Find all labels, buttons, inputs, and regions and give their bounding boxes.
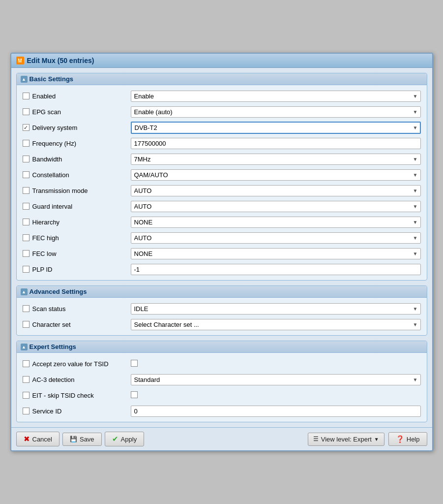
- frequency-input[interactable]: [131, 138, 421, 149]
- frequency-row: Frequency (Hz): [23, 136, 421, 150]
- epg-scan-checkbox[interactable]: [23, 108, 30, 115]
- hierarchy-label: Hierarchy: [32, 219, 60, 226]
- fec-low-row: FEC low NONE: [23, 247, 421, 260]
- enabled-label: Enabled: [32, 93, 56, 100]
- guard-interval-select[interactable]: AUTO: [131, 201, 421, 212]
- enabled-row: Enabled Enable: [23, 89, 421, 103]
- transmission-mode-label: Transmission mode: [32, 187, 88, 194]
- character-set-label: Character set: [32, 321, 71, 328]
- apply-button[interactable]: ✔ Apply: [105, 432, 145, 446]
- accept-zero-tsid-checkbox[interactable]: [23, 360, 30, 367]
- fec-high-select[interactable]: AUTO: [131, 232, 421, 244]
- delivery-system-checkbox[interactable]: [23, 124, 30, 131]
- ac3-detection-checkbox[interactable]: [23, 376, 30, 383]
- expert-settings-body: Accept zero value for TSID AC-3 detectio…: [17, 353, 427, 422]
- advanced-settings-label: Advanced Settings: [30, 288, 87, 295]
- epg-scan-select[interactable]: Enable (auto): [131, 106, 421, 118]
- epg-scan-label: EPG scan: [32, 108, 61, 116]
- constellation-label: Constellation: [32, 171, 69, 179]
- character-set-select[interactable]: Select Character set ...: [131, 319, 421, 330]
- advanced-settings-section: ▲ Advanced Settings Scan status IDLE: [16, 285, 427, 336]
- scan-status-select[interactable]: IDLE: [131, 303, 421, 315]
- accept-zero-tsid-row: Accept zero value for TSID: [23, 357, 421, 371]
- advanced-settings-body: Scan status IDLE Character set: [17, 298, 427, 335]
- service-id-label: Service ID: [32, 408, 62, 415]
- plp-id-row: PLP ID: [23, 262, 421, 276]
- fec-low-label: FEC low: [32, 250, 57, 257]
- cancel-icon: ✖: [24, 435, 30, 443]
- edit-mux-dialog: M Edit Mux (50 entries) ▲ Basic Settings…: [10, 53, 433, 451]
- bandwidth-row: Bandwidth 7MHz: [23, 152, 421, 166]
- character-set-checkbox[interactable]: [23, 321, 30, 328]
- expert-settings-header: ▲ Expert Settings: [17, 341, 427, 353]
- basic-settings-header: ▲ Basic Settings: [17, 73, 427, 85]
- enabled-select[interactable]: Enable: [131, 91, 421, 102]
- expert-collapse-btn[interactable]: ▲: [21, 344, 28, 350]
- view-level-button[interactable]: ☰ View level: Expert ▼: [308, 433, 384, 446]
- transmission-mode-checkbox[interactable]: [23, 187, 30, 194]
- help-button[interactable]: ❓ Help: [388, 432, 427, 446]
- bandwidth-checkbox[interactable]: [23, 156, 30, 162]
- cancel-label: Cancel: [32, 436, 52, 443]
- save-label: Save: [80, 436, 94, 443]
- constellation-checkbox[interactable]: [23, 171, 30, 178]
- transmission-mode-select[interactable]: AUTO: [131, 185, 421, 196]
- ac3-detection-label: AC-3 detection: [32, 376, 75, 383]
- basic-settings-body: Enabled Enable EPG scan: [17, 85, 427, 280]
- fec-high-checkbox[interactable]: [23, 234, 30, 241]
- delivery-system-row: Delivery system DVB-T2: [23, 121, 421, 134]
- view-level-icon: ☰: [313, 436, 319, 442]
- basic-collapse-btn[interactable]: ▲: [21, 76, 28, 83]
- cancel-button[interactable]: ✖ Cancel: [16, 432, 59, 446]
- fec-low-checkbox[interactable]: [23, 250, 30, 257]
- basic-settings-label: Basic Settings: [30, 75, 74, 83]
- advanced-settings-header: ▲ Advanced Settings: [17, 286, 427, 298]
- fec-high-label: FEC high: [32, 234, 59, 242]
- accept-zero-tsid-label: Accept zero value for TSID: [32, 360, 109, 368]
- ac3-detection-row: AC-3 detection Standard: [23, 373, 421, 386]
- plp-id-checkbox[interactable]: [23, 266, 30, 273]
- apply-label: Apply: [121, 436, 137, 443]
- save-icon: 💾: [70, 436, 77, 442]
- ac3-detection-select[interactable]: Standard: [131, 374, 421, 385]
- advanced-collapse-btn[interactable]: ▲: [21, 288, 28, 295]
- accept-zero-tsid-value-checkbox[interactable]: [131, 360, 138, 367]
- bandwidth-select[interactable]: 7MHz: [131, 154, 421, 165]
- service-id-input[interactable]: [131, 406, 421, 417]
- footer-right: ☰ View level: Expert ▼ ❓ Help: [308, 432, 427, 446]
- scan-status-row: Scan status IDLE: [23, 302, 421, 315]
- constellation-row: Constellation QAM/AUTO: [23, 168, 421, 182]
- save-button[interactable]: 💾 Save: [62, 433, 102, 446]
- apply-icon: ✔: [112, 435, 118, 443]
- eit-skip-tsid-row: EIT - skip TSID check: [23, 388, 421, 402]
- character-set-row: Character set Select Character set ...: [23, 317, 421, 331]
- eit-skip-tsid-value-checkbox[interactable]: [131, 391, 138, 398]
- view-level-label: View level: Expert: [321, 436, 372, 443]
- guard-interval-row: Guard interval AUTO: [23, 199, 421, 213]
- delivery-system-select[interactable]: DVB-T2: [131, 122, 421, 134]
- fec-low-select[interactable]: NONE: [131, 248, 421, 259]
- dialog-title-text: Edit Mux (50 entries): [27, 57, 94, 64]
- expert-settings-section: ▲ Expert Settings Accept zero value for …: [16, 341, 427, 422]
- hierarchy-row: Hierarchy NONE: [23, 215, 421, 229]
- hierarchy-select[interactable]: NONE: [131, 217, 421, 228]
- plp-id-input[interactable]: [131, 264, 421, 275]
- scan-status-label: Scan status: [32, 305, 66, 313]
- frequency-checkbox[interactable]: [23, 140, 30, 147]
- fec-high-row: FEC high AUTO: [23, 231, 421, 245]
- enabled-checkbox[interactable]: [23, 93, 30, 99]
- basic-settings-section: ▲ Basic Settings Enabled Enable: [16, 73, 427, 281]
- constellation-select[interactable]: QAM/AUTO: [131, 169, 421, 181]
- hierarchy-checkbox[interactable]: [23, 219, 30, 225]
- bandwidth-label: Bandwidth: [32, 156, 62, 163]
- delivery-system-label: Delivery system: [32, 124, 78, 131]
- guard-interval-label: Guard interval: [32, 203, 73, 210]
- eit-skip-tsid-label: EIT - skip TSID check: [32, 392, 94, 399]
- plp-id-label: PLP ID: [32, 266, 53, 273]
- scan-status-checkbox[interactable]: [23, 305, 30, 312]
- frequency-label: Frequency (Hz): [32, 140, 77, 147]
- eit-skip-tsid-checkbox[interactable]: [23, 392, 30, 399]
- guard-interval-checkbox[interactable]: [23, 203, 30, 210]
- transmission-mode-row: Transmission mode AUTO: [23, 184, 421, 197]
- service-id-checkbox[interactable]: [23, 408, 30, 414]
